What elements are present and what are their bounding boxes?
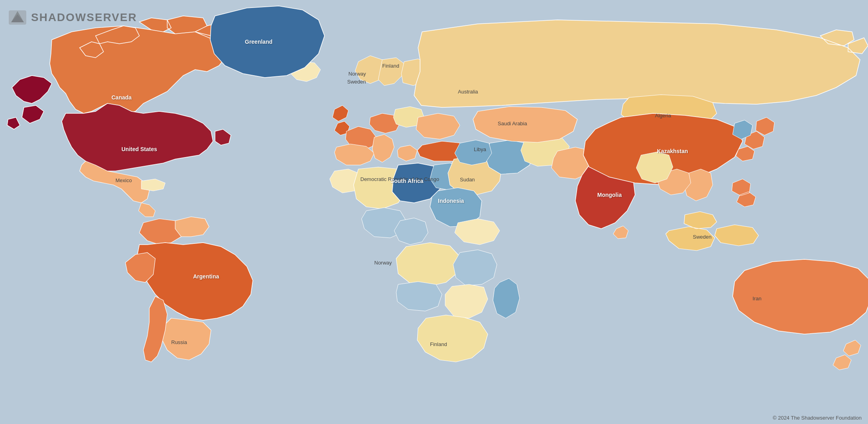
- cameroon-country[interactable]: [394, 218, 428, 245]
- logo-area: SHADOWSERVER: [7, 7, 137, 28]
- myanmar-country[interactable]: [636, 152, 673, 183]
- venezuela-country[interactable]: [175, 217, 209, 237]
- iraq-country[interactable]: [455, 140, 492, 165]
- shadowserver-logo-icon: [7, 7, 28, 28]
- map-container: Greenland Canada United States Mexico Ar…: [0, 0, 868, 424]
- logo-text: SHADOWSERVER: [31, 11, 137, 24]
- copyright-text: © 2024 The Shadowserver Foundation: [773, 415, 862, 421]
- ukraine-country[interactable]: [416, 113, 460, 139]
